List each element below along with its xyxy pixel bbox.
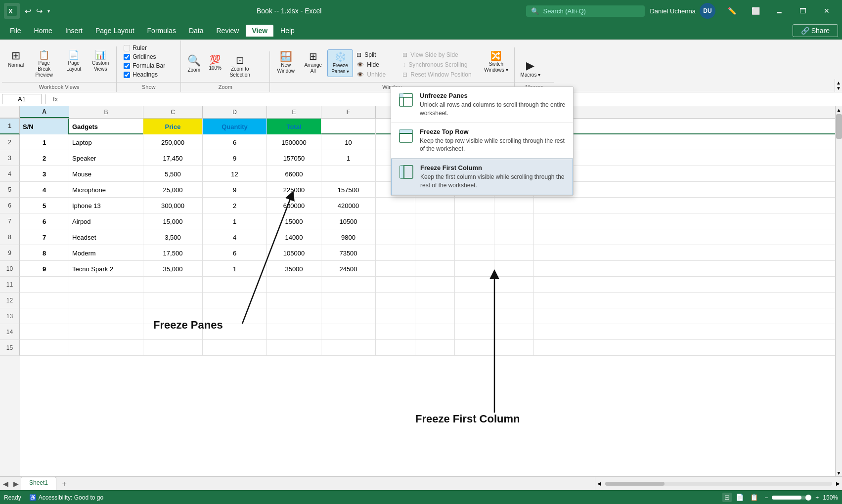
maximize-button[interactable]: 🗖: [792, 3, 814, 19]
sheet-tab-sheet1[interactable]: Sheet1: [21, 477, 56, 490]
cell-h8[interactable]: [415, 229, 455, 245]
view-side-by-side-button[interactable]: ⊞ View Side by Side: [400, 50, 480, 59]
cell-f6[interactable]: 420000: [321, 198, 376, 213]
zoom-selection-button[interactable]: ⊡ Zoom toSelection: [226, 53, 253, 80]
menu-formulas[interactable]: Formulas: [141, 25, 182, 37]
cell-b6[interactable]: Iphone 13: [69, 198, 143, 213]
row-num-6[interactable]: 6: [0, 198, 20, 213]
arrange-all-button[interactable]: ⊞ ArrangeAll: [300, 49, 326, 76]
hscroll-left-button[interactable]: ◀: [595, 481, 603, 486]
row-num-9[interactable]: 9: [0, 245, 20, 261]
zoom-minus[interactable]: −: [764, 494, 768, 501]
cell-f5[interactable]: 157500: [321, 182, 376, 198]
cell-j10[interactable]: [494, 261, 534, 277]
cell-h6[interactable]: [415, 198, 455, 213]
cell-a9[interactable]: 8: [20, 245, 69, 261]
ribbon-scroll-up[interactable]: ▲: [836, 80, 841, 85]
freeze-top-row-item[interactable]: Freeze Top Row Keep the top row visible …: [391, 123, 573, 159]
cell-h10[interactable]: [415, 261, 455, 277]
cell-c1[interactable]: Price: [143, 119, 203, 134]
cell-b7[interactable]: Airpod: [69, 213, 143, 229]
row-num-14[interactable]: 14: [0, 324, 20, 340]
cell-j9[interactable]: [494, 245, 534, 261]
sync-scrolling-button[interactable]: ↕️ Synchronous Scrolling: [400, 60, 480, 69]
cell-e7[interactable]: 15000: [267, 213, 321, 229]
ruler-checkbox[interactable]: [124, 45, 130, 51]
cell-f4[interactable]: [321, 166, 376, 182]
cell-d10[interactable]: 1: [203, 261, 267, 277]
gridlines-checkbox-label[interactable]: Gridlines: [124, 53, 165, 60]
scroll-up-button[interactable]: ▲: [836, 106, 842, 113]
page-break-status-button[interactable]: 📋: [748, 493, 760, 502]
cell-e8[interactable]: 14000: [267, 229, 321, 245]
menu-help[interactable]: Help: [274, 25, 301, 37]
cell-a7[interactable]: 6: [20, 213, 69, 229]
menu-view[interactable]: View: [246, 25, 273, 37]
cell-a4[interactable]: 3: [20, 166, 69, 182]
cell-f7[interactable]: 10500: [321, 213, 376, 229]
cell-f1[interactable]: [321, 119, 376, 134]
cell-c8[interactable]: 3,500: [143, 229, 203, 245]
formula-bar-checkbox[interactable]: [124, 63, 130, 69]
reset-window-button[interactable]: ⊡ Reset Window Position: [400, 70, 480, 79]
page-break-preview-button[interactable]: 📋 Page BreakPreview: [28, 48, 60, 80]
row-num-4[interactable]: 4: [0, 166, 20, 182]
cell-a3[interactable]: 2: [20, 150, 69, 166]
accessibility-status[interactable]: ♿ Accessibility: Good to go: [29, 494, 103, 501]
cell-f2[interactable]: 10: [321, 134, 376, 150]
scroll-down-button[interactable]: ▼: [836, 469, 842, 476]
cell-b4[interactable]: Mouse: [69, 166, 143, 182]
cell-i7[interactable]: [455, 213, 494, 229]
macros-button[interactable]: ▶ Macros ▾: [518, 58, 544, 80]
ribbon-scroll-down[interactable]: ▼: [836, 85, 841, 91]
cell-c7[interactable]: 15,000: [143, 213, 203, 229]
cell-b1[interactable]: Gadgets: [69, 119, 143, 134]
sheet-scroll-left[interactable]: ◀: [0, 477, 11, 490]
cell-d6[interactable]: 2: [203, 198, 267, 213]
cell-e10[interactable]: 35000: [267, 261, 321, 277]
cell-i9[interactable]: [455, 245, 494, 261]
cell-g7[interactable]: [376, 213, 415, 229]
cell-d9[interactable]: 6: [203, 245, 267, 261]
cell-f9[interactable]: 73500: [321, 245, 376, 261]
cell-e2[interactable]: 1500000: [267, 134, 321, 150]
zoom-slider[interactable]: [772, 496, 811, 500]
unfreeze-panes-item[interactable]: Unfreeze Panes Unlock all rows and colum…: [391, 87, 573, 123]
hide-button[interactable]: 👁️ Hide: [355, 60, 399, 69]
cell-a5[interactable]: 4: [20, 182, 69, 198]
cell-c9[interactable]: 17,500: [143, 245, 203, 261]
cell-g9[interactable]: [376, 245, 415, 261]
row-num-12[interactable]: 12: [0, 293, 20, 308]
cell-h9[interactable]: [415, 245, 455, 261]
cell-d4[interactable]: 12: [203, 166, 267, 182]
cell-e5[interactable]: 225000: [267, 182, 321, 198]
headings-checkbox-label[interactable]: Headings: [124, 71, 165, 78]
cell-i8[interactable]: [455, 229, 494, 245]
col-header-D[interactable]: D: [203, 106, 267, 118]
cell-a2[interactable]: 1: [20, 134, 69, 150]
cell-f10[interactable]: 24500: [321, 261, 376, 277]
cell-e6[interactable]: 600000: [267, 198, 321, 213]
row-num-13[interactable]: 13: [0, 308, 20, 324]
cell-c2[interactable]: 250,000: [143, 134, 203, 150]
cell-a6[interactable]: 5: [20, 198, 69, 213]
formula-bar-checkbox-label[interactable]: Formula Bar: [124, 62, 165, 69]
cell-i10[interactable]: [455, 261, 494, 277]
cell-f3[interactable]: 1: [321, 150, 376, 166]
share-button[interactable]: 🔗Share: [793, 24, 838, 37]
redo-button[interactable]: ↪: [34, 5, 44, 17]
normal-view-status-button[interactable]: ⊞: [722, 493, 732, 502]
cell-f8[interactable]: 9800: [321, 229, 376, 245]
custom-views-button[interactable]: 📊 CustomViews: [88, 48, 113, 74]
cell-b8[interactable]: Headset: [69, 229, 143, 245]
cell-a8[interactable]: 7: [20, 229, 69, 245]
cell-b2[interactable]: Laptop: [69, 134, 143, 150]
cell-a1[interactable]: S/N: [20, 119, 69, 134]
row-num-10[interactable]: 10: [0, 261, 20, 277]
add-sheet-button[interactable]: ＋: [56, 477, 72, 490]
cell-j8[interactable]: [494, 229, 534, 245]
search-box[interactable]: 🔍 Search (Alt+Q): [526, 5, 645, 17]
pen-icon[interactable]: ✏️: [720, 3, 743, 19]
name-box[interactable]: [2, 94, 42, 104]
cell-d7[interactable]: 1: [203, 213, 267, 229]
